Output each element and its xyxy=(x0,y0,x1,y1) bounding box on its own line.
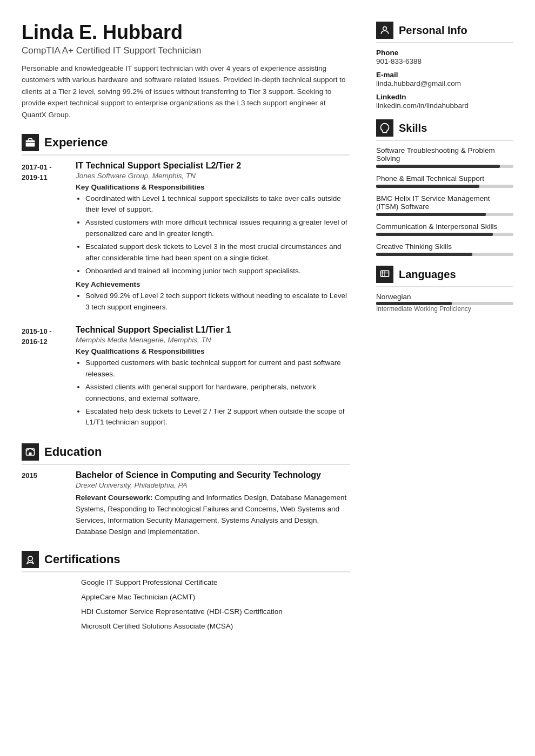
skills-header: Skills xyxy=(376,119,513,141)
certifications-section-header: Certifications xyxy=(22,551,350,572)
exp-company: Jones Software Group, Memphis, TN xyxy=(76,172,350,180)
exp-achievements-heading: Key Achievements xyxy=(76,280,350,288)
certifications-icon xyxy=(22,551,39,568)
exp-company: Memphis Media Menagerie, Memphis, TN xyxy=(76,336,350,344)
education-icon xyxy=(22,443,39,461)
languages-icon xyxy=(376,266,393,283)
personal-info-section: Personal Info Phone 901-833-6388 E-mail … xyxy=(376,22,513,110)
exp-qualifications-heading: Key Qualifications & Responsibilities xyxy=(76,183,350,191)
experience-title: Experience xyxy=(44,136,108,150)
skill-bar-fill xyxy=(376,253,472,256)
exp-qualifications-list: Supported customers with basic technical… xyxy=(76,357,350,429)
svg-point-4 xyxy=(28,556,32,561)
exp-qualification-item: Escalated help desk tickets to Level 2 /… xyxy=(85,406,350,429)
languages-section: Languages NorwegianIntermediate Working … xyxy=(376,266,513,313)
skill-bar-fill xyxy=(376,233,493,236)
certification-item: Microsoft Certified Solutions Associate … xyxy=(81,622,350,632)
certifications-section: Certifications Google IT Support Profess… xyxy=(22,551,350,632)
skill-name: Phone & Email Technical Support xyxy=(376,174,513,183)
edu-school: Drexel University, Philadelphia, PA xyxy=(76,481,350,489)
linkedin-block: LinkedIn linkedin.com/in/lindahubbard xyxy=(376,93,513,110)
skill-bar-bg xyxy=(376,253,513,256)
experience-icon xyxy=(22,134,39,151)
left-column: Linda E. Hubbard CompTIA A+ Certified IT… xyxy=(22,22,367,636)
skill-item: BMC Helix IT Service Management (ITSM) S… xyxy=(376,194,513,216)
skill-item: Software Troubleshooting & Problem Solvi… xyxy=(376,146,513,168)
email-block: E-mail linda.hubbard@gmail.com xyxy=(376,71,513,87)
svg-rect-0 xyxy=(26,140,35,146)
skill-item: Creative Thinking Skills xyxy=(376,242,513,256)
language-level: Intermediate Working Proficiency xyxy=(376,305,513,313)
edu-coursework: Relevant Coursework: Computing and Infor… xyxy=(76,492,350,538)
edu-degree: Bachelor of Science in Computing and Sec… xyxy=(76,470,350,480)
exp-dates: 2017-01 - 2019-11 xyxy=(22,161,76,315)
skills-list: Software Troubleshooting & Problem Solvi… xyxy=(376,146,513,256)
linkedin-value: linkedin.com/in/lindahubbard xyxy=(376,102,513,110)
skills-title: Skills xyxy=(399,122,427,134)
languages-header: Languages xyxy=(376,266,513,287)
candidate-title: CompTIA A+ Certified IT Support Technici… xyxy=(22,45,350,56)
candidate-summary: Personable and knowledgeable IT support … xyxy=(22,63,350,121)
skills-icon xyxy=(376,119,393,137)
linkedin-label: LinkedIn xyxy=(376,93,513,101)
skill-item: Phone & Email Technical Support xyxy=(376,174,513,188)
phone-block: Phone 901-833-6388 xyxy=(376,49,513,65)
edu-year: 2015 xyxy=(22,470,76,538)
email-value: linda.hubbard@gmail.com xyxy=(376,79,513,87)
skill-name: Creative Thinking Skills xyxy=(376,242,513,251)
exp-achievement-item: Solved 99.2% of Level 2 tech support tic… xyxy=(85,291,350,313)
certifications-list: Google IT Support Professional Certifica… xyxy=(81,578,350,632)
svg-point-5 xyxy=(383,26,387,30)
edu-content: Bachelor of Science in Computing and Sec… xyxy=(76,470,350,538)
experience-item: 2017-01 - 2019-11IT Technical Support Sp… xyxy=(22,161,350,315)
exp-content: Technical Support Specialist L1/Tier 1Me… xyxy=(76,325,350,431)
exp-qualification-item: Onboarded and trained all incoming junio… xyxy=(85,266,350,277)
languages-list: NorwegianIntermediate Working Proficienc… xyxy=(376,293,513,313)
exp-qualification-item: Supported customers with basic technical… xyxy=(85,357,350,380)
education-list: 2015Bachelor of Science in Computing and… xyxy=(22,470,350,538)
exp-dates: 2015-10 - 2016-12 xyxy=(22,325,76,431)
languages-title: Languages xyxy=(399,268,456,281)
exp-qualification-item: Escalated support desk tickets to Level … xyxy=(85,241,350,264)
skill-bar-bg xyxy=(376,213,513,216)
exp-content: IT Technical Support Specialist L2/Tier … xyxy=(76,161,350,315)
certification-item: Google IT Support Professional Certifica… xyxy=(81,578,350,588)
exp-qualifications-list: Coordinated with Level 1 technical suppo… xyxy=(76,193,350,277)
education-section-header: Education xyxy=(22,443,350,465)
exp-achievements-list: Solved 99.2% of Level 2 tech support tic… xyxy=(76,291,350,313)
skill-name: Communication & Interpersonal Skills xyxy=(376,222,513,231)
experience-item: 2015-10 - 2016-12Technical Support Speci… xyxy=(22,325,350,431)
phone-value: 901-833-6388 xyxy=(376,57,513,65)
experience-section-header: Experience xyxy=(22,134,350,156)
phone-label: Phone xyxy=(376,49,513,57)
certification-item: AppleCare Mac Technician (ACMT) xyxy=(81,592,350,603)
header-section: Linda E. Hubbard CompTIA A+ Certified IT… xyxy=(22,22,350,121)
exp-job-title: IT Technical Support Specialist L2/Tier … xyxy=(76,161,350,171)
skills-section: Skills Software Troubleshooting & Proble… xyxy=(376,119,513,256)
skill-bar-bg xyxy=(376,233,513,236)
experience-list: 2017-01 - 2019-11IT Technical Support Sp… xyxy=(22,161,350,431)
skill-bar-fill xyxy=(376,185,479,188)
education-title: Education xyxy=(44,445,102,459)
personal-info-icon xyxy=(376,22,393,39)
exp-qualification-item: Assisted customers with more difficult t… xyxy=(85,217,350,240)
education-section: Education 2015Bachelor of Science in Com… xyxy=(22,443,350,538)
exp-qualification-item: Assisted clients with general support fo… xyxy=(85,382,350,404)
certifications-title: Certifications xyxy=(44,552,121,566)
certification-item: HDI Customer Service Representative (HDI… xyxy=(81,607,350,617)
svg-rect-3 xyxy=(29,453,32,455)
candidate-name: Linda E. Hubbard xyxy=(22,22,350,43)
skill-bar-fill xyxy=(376,165,500,168)
skill-item: Communication & Interpersonal Skills xyxy=(376,222,513,236)
right-column: Personal Info Phone 901-833-6388 E-mail … xyxy=(367,22,513,636)
skill-bar-bg xyxy=(376,165,513,168)
exp-qualification-item: Coordinated with Level 1 technical suppo… xyxy=(85,193,350,216)
education-item: 2015Bachelor of Science in Computing and… xyxy=(22,470,350,538)
skill-bar-fill xyxy=(376,213,486,216)
language-name: Norwegian xyxy=(376,293,513,301)
skill-name: Software Troubleshooting & Problem Solvi… xyxy=(376,146,513,163)
experience-section: Experience 2017-01 - 2019-11IT Technical… xyxy=(22,134,350,431)
skill-bar-bg xyxy=(376,185,513,188)
email-label: E-mail xyxy=(376,71,513,79)
exp-qualifications-heading: Key Qualifications & Responsibilities xyxy=(76,347,350,355)
